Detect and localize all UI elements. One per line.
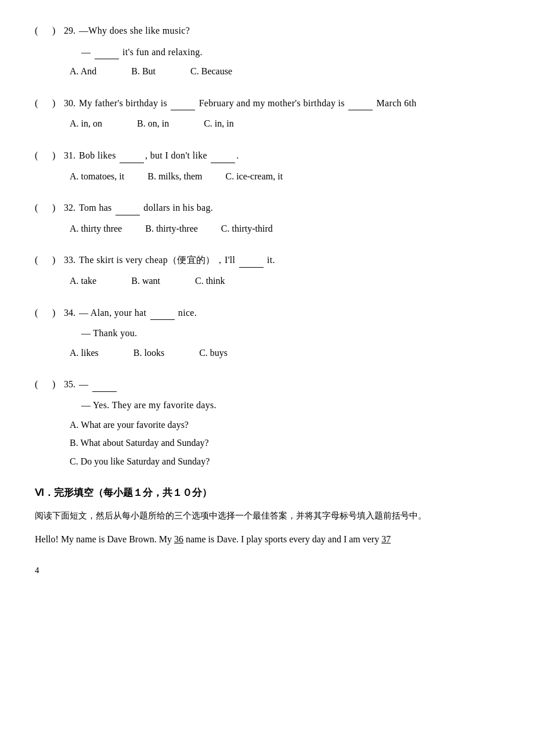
section-6-header: Ⅵ．完形填空（每小题１分，共１０分）: [35, 485, 499, 501]
q31-blank1: [120, 147, 144, 163]
section-6-desc: 阅读下面短文，然后从每小题所给的三个选项中选择一个最佳答案，并将其字母标号填入题…: [35, 509, 499, 523]
q30-option-b: B. on, in: [137, 116, 169, 131]
q33-paren-close: ): [52, 253, 64, 268]
q33-option-b: B. want: [131, 273, 160, 289]
q35-option-b: B. What about Saturday and Sunday?: [70, 435, 499, 451]
q32-number: 32.: [64, 200, 75, 215]
q29-option-b: B. But: [131, 64, 156, 79]
q34-option-c: C. buys: [199, 345, 228, 361]
q35-sub-line: — Yes. They are my favorite days.: [81, 398, 499, 413]
q31-option-c: C. ice-cream, it: [225, 169, 283, 184]
q31-blank2: [211, 147, 235, 163]
q34-text-line1: — Alan, your hat nice.: [79, 305, 197, 321]
q33-paren-open: (: [35, 253, 52, 268]
q29-dash: — it's fun and relaxing.: [81, 47, 203, 57]
q35-paren-open: (: [35, 377, 52, 392]
q30-options: A. in, on B. on, in C. in, in: [70, 116, 499, 131]
q29-paren-close: ): [52, 23, 64, 38]
q35-options: A. What are your favorite days? B. What …: [70, 417, 499, 469]
q29-option-a: A. And: [70, 64, 96, 79]
q31-option-b: B. milks, them: [147, 169, 202, 184]
q31-line: ( ) 31. Bob likes , but I don't like .: [35, 147, 499, 163]
blank-37: 37: [381, 534, 391, 544]
q34-sub-line: — Thank you.: [81, 326, 499, 341]
q33-option-c: C. think: [195, 273, 225, 289]
q30-text: My father's birthday is February and my …: [79, 95, 417, 111]
q34-text-line2: — Thank you.: [81, 328, 137, 338]
q30-option-a: A. in, on: [70, 116, 102, 131]
q34-option-a: A. likes: [70, 345, 99, 361]
q34-blank: [150, 305, 175, 321]
q35-text-line1: —: [79, 376, 118, 392]
question-31: ( ) 31. Bob likes , but I don't like . A…: [35, 147, 499, 183]
q29-paren-open: (: [35, 23, 52, 38]
q32-option-c: C. thirty-third: [221, 221, 273, 236]
q35-line: ( ) 35. —: [35, 376, 499, 392]
q35-text-line2: — Yes. They are my favorite days.: [81, 400, 217, 410]
q29-sub-line: — it's fun and relaxing.: [81, 44, 499, 60]
q30-line: ( ) 30. My father's birthday is February…: [35, 95, 499, 111]
q32-paren-open: (: [35, 200, 52, 215]
q31-text: Bob likes , but I don't like .: [79, 147, 239, 163]
section-6-passage: Hello! My name is Dave Brown. My 36 name…: [35, 532, 499, 547]
q34-line: ( ) 34. — Alan, your hat nice.: [35, 305, 499, 321]
q32-text: Tom has dollars in his bag.: [79, 200, 213, 215]
q30-number: 30.: [64, 96, 75, 111]
question-30: ( ) 30. My father's birthday is February…: [35, 95, 499, 131]
q32-paren-close: ): [52, 200, 64, 215]
q32-options: A. thirty three B. thirty-three C. thirt…: [70, 221, 499, 236]
q32-line: ( ) 32. Tom has dollars in his bag.: [35, 200, 499, 215]
question-35: ( ) 35. — — Yes. They are my favorite da…: [35, 376, 499, 469]
q29-option-c: C. Because: [190, 64, 232, 79]
q34-options: A. likes B. looks C. buys: [70, 345, 499, 361]
section-6: Ⅵ．完形填空（每小题１分，共１０分） 阅读下面短文，然后从每小题所给的三个选项中…: [35, 485, 499, 547]
q29-text-line1: —Why does she like music?: [79, 23, 190, 38]
page-number: 4: [35, 563, 499, 577]
q30-blank2: [348, 95, 373, 111]
q33-text: The skirt is very cheap（便宜的），I'll it.: [79, 252, 275, 268]
blank-36: 36: [174, 534, 183, 544]
q35-blank: [92, 376, 117, 392]
q34-number: 34.: [64, 305, 75, 321]
q31-paren-close: ): [52, 148, 64, 163]
q33-blank: [239, 252, 264, 268]
q33-options: A. take B. want C. think: [70, 273, 499, 289]
q30-paren-open: (: [35, 96, 52, 111]
q29-line: ( ) 29. —Why does she like music?: [35, 23, 499, 38]
q33-line: ( ) 33. The skirt is very cheap（便宜的），I'l…: [35, 252, 499, 268]
q33-number: 33.: [64, 253, 75, 268]
q30-blank1: [171, 95, 195, 111]
q35-number: 35.: [64, 377, 75, 392]
q35-option-a: A. What are your favorite days?: [70, 417, 499, 433]
question-32: ( ) 32. Tom has dollars in his bag. A. t…: [35, 200, 499, 236]
q29-blank: [95, 44, 119, 60]
question-33: ( ) 33. The skirt is very cheap（便宜的），I'l…: [35, 252, 499, 288]
q34-paren-open: (: [35, 305, 52, 321]
q31-option-a: A. tomatoes, it: [70, 169, 124, 184]
q34-option-b: B. looks: [134, 345, 164, 361]
q31-paren-open: (: [35, 148, 52, 163]
q29-options: A. And B. But C. Because: [70, 64, 499, 79]
q35-option-c: C. Do you like Saturday and Sunday?: [70, 454, 499, 469]
q34-paren-close: ): [52, 305, 64, 321]
q35-paren-close: ): [52, 377, 64, 392]
question-34: ( ) 34. — Alan, your hat nice. — Thank y…: [35, 305, 499, 361]
q30-option-c: C. in, in: [204, 116, 234, 131]
q32-blank: [116, 200, 140, 215]
q31-options: A. tomatoes, it B. milks, them C. ice-cr…: [70, 169, 499, 184]
q29-number: 29.: [64, 23, 75, 38]
q32-option-a: A. thirty three: [70, 221, 122, 236]
q31-number: 31.: [64, 148, 75, 163]
q33-option-a: A. take: [70, 273, 96, 289]
question-29: ( ) 29. —Why does she like music? — it's…: [35, 23, 499, 79]
q30-paren-close: ): [52, 96, 64, 111]
q32-option-b: B. thirty-three: [145, 221, 198, 236]
